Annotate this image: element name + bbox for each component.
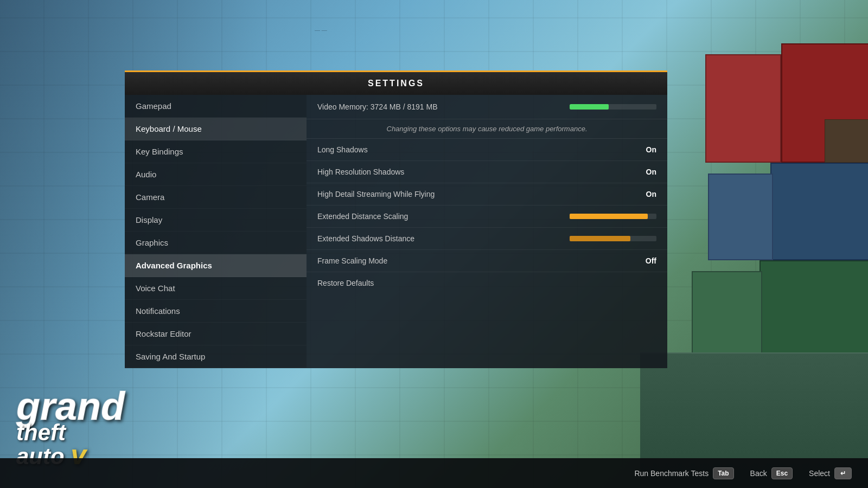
restore-defaults-label: Restore Defaults xyxy=(317,279,374,287)
select-key: ↵ xyxy=(834,467,852,479)
benchmark-action: Run Benchmark Tests Tab xyxy=(634,467,733,479)
frame-scaling-mode-value: Off xyxy=(635,256,656,265)
setting-row-high-res-shadows[interactable]: High Resolution Shadows On xyxy=(307,161,667,183)
extended-shadows-distance-fill xyxy=(570,236,630,241)
sidebar-item-saving-startup[interactable]: Saving And Startup xyxy=(125,345,307,368)
sidebar-item-camera[interactable]: Camera xyxy=(125,186,307,209)
high-res-shadows-value: On xyxy=(635,168,656,176)
setting-row-long-shadows[interactable]: Long Shadows On xyxy=(307,139,667,161)
setting-row-extended-shadows-distance[interactable]: Extended Shadows Distance xyxy=(307,228,667,250)
video-memory-label: Video Memory: 3724 MB / 8191 MB xyxy=(317,102,438,111)
select-action[interactable]: Select ↵ xyxy=(809,467,852,479)
sidebar-item-voice-chat[interactable]: Voice Chat xyxy=(125,277,307,300)
bottom-action-bar: Run Benchmark Tests Tab Back Esc Select … xyxy=(0,458,868,488)
extended-distance-scaling-fill xyxy=(570,214,648,219)
sidebar-item-key-bindings[interactable]: Key Bindings xyxy=(125,140,307,163)
long-shadows-value: On xyxy=(635,145,656,154)
extended-shadows-distance-slider[interactable] xyxy=(570,236,656,241)
sidebar-item-notifications[interactable]: Notifications xyxy=(125,300,307,323)
sidebar-item-audio[interactable]: Audio xyxy=(125,163,307,186)
sidebar-item-keyboard-mouse[interactable]: Keyboard / Mouse xyxy=(125,118,307,140)
select-label: Select xyxy=(809,469,830,478)
high-res-shadows-label: High Resolution Shadows xyxy=(317,168,635,176)
extended-distance-scaling-slider[interactable] xyxy=(570,214,656,219)
long-shadows-label: Long Shadows xyxy=(317,145,635,154)
sidebar-item-rockstar-editor[interactable]: Rockstar Editor xyxy=(125,323,307,345)
settings-content: Video Memory: 3724 MB / 8191 MB Changing… xyxy=(307,95,667,368)
extended-distance-scaling-label: Extended Distance Scaling xyxy=(317,212,570,221)
sidebar-item-graphics[interactable]: Graphics xyxy=(125,232,307,254)
settings-body: Gamepad Keyboard / Mouse Key Bindings Au… xyxy=(125,95,667,368)
restore-defaults-row[interactable]: Restore Defaults xyxy=(307,272,667,294)
settings-title: SETTINGS xyxy=(368,79,424,88)
logo-line-grand: grand xyxy=(16,390,125,423)
high-detail-streaming-value: On xyxy=(635,190,656,198)
settings-sidebar: Gamepad Keyboard / Mouse Key Bindings Au… xyxy=(125,95,307,368)
sidebar-item-display[interactable]: Display xyxy=(125,209,307,232)
settings-title-bar: SETTINGS xyxy=(125,70,667,95)
performance-warning: Changing these options may cause reduced… xyxy=(307,119,667,139)
benchmark-label: Run Benchmark Tests xyxy=(634,469,709,478)
blimp-decoration: — — xyxy=(315,27,327,33)
benchmark-key: Tab xyxy=(713,467,733,479)
setting-row-high-detail-streaming[interactable]: High Detail Streaming While Flying On xyxy=(307,183,667,206)
gta-logo: grand theft auto V xyxy=(16,390,125,466)
back-key: Esc xyxy=(771,467,793,479)
video-memory-progress-bar xyxy=(570,104,656,110)
back-label: Back xyxy=(750,469,767,478)
video-memory-section: Video Memory: 3724 MB / 8191 MB xyxy=(307,95,667,119)
extended-shadows-distance-label: Extended Shadows Distance xyxy=(317,234,570,243)
frame-scaling-mode-label: Frame Scaling Mode xyxy=(317,256,635,265)
settings-panel: SETTINGS Gamepad Keyboard / Mouse Key Bi… xyxy=(125,70,667,368)
setting-row-extended-distance-scaling[interactable]: Extended Distance Scaling xyxy=(307,206,667,228)
sidebar-item-gamepad[interactable]: Gamepad xyxy=(125,95,307,118)
setting-row-frame-scaling-mode[interactable]: Frame Scaling Mode Off xyxy=(307,250,667,272)
container-decoration xyxy=(640,0,868,488)
sidebar-item-advanced-graphics[interactable]: Advanced Graphics xyxy=(125,254,307,277)
video-memory-fill xyxy=(570,104,609,110)
back-action: Back Esc xyxy=(750,467,793,479)
high-detail-streaming-label: High Detail Streaming While Flying xyxy=(317,190,635,198)
